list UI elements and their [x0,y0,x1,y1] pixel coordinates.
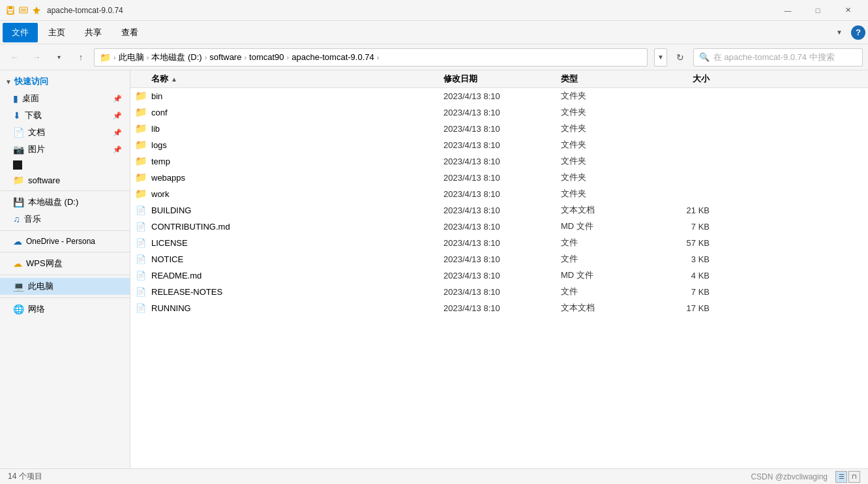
ribbon-dropdown-button[interactable]: ▼ [830,23,848,42]
file-icon: 📄 [130,238,151,248]
search-bar[interactable]: 🔍 在 apache-tomcat-9.0.74 中搜索 [693,48,863,67]
folder-icon: 📁 [130,90,151,102]
folder-row[interactable]: 📁 lib 2023/4/13 8:10 文件夹 [130,121,868,137]
file-area: 名称 ▲ 修改日期 类型 大小 📁 bin 2023/4/13 8:10 文件夹… [130,70,868,468]
folder-row[interactable]: 📁 temp 2023/4/13 8:10 文件夹 [130,153,868,170]
col-size-label: 大小 [693,74,710,83]
address-dropdown-button[interactable]: ▼ [654,48,667,67]
folder-date: 2023/4/13 8:10 [443,124,561,134]
file-row[interactable]: 📄 LICENSE 2023/4/13 8:10 文件 57 KB [130,235,868,251]
back-button[interactable]: ← [5,48,23,67]
file-date: 2023/4/13 8:10 [443,222,561,232]
tab-home[interactable]: 主页 [39,23,74,42]
file-row[interactable]: 📄 NOTICE 2023/4/13 8:10 文件 3 KB [130,251,868,267]
svg-rect-1 [8,7,12,9]
documents-icon: 📄 [13,127,24,138]
sidebar-item-wps[interactable]: ☁ WPS网盘 [0,255,130,272]
folder-name: work [151,189,443,199]
folder-row[interactable]: 📁 work 2023/4/13 8:10 文件夹 [130,186,868,202]
sidebar-item-downloads[interactable]: ⬇ 下载 📌 [0,107,130,124]
tab-share[interactable]: 共享 [76,23,111,42]
tab-view[interactable]: 查看 [112,23,147,42]
sidebar-item-onedrive[interactable]: ☁ OneDrive - Persona [0,234,130,249]
drive-d-icon: 💾 [13,197,24,207]
breadcrumb-software[interactable]: software [209,52,241,62]
recent-button[interactable]: ▾ [50,48,68,67]
icon-view-button[interactable]: ⊓ [848,471,860,483]
search-icon: 🔍 [699,52,710,62]
search-placeholder: 在 apache-tomcat-9.0.74 中搜索 [713,52,835,63]
quick-access-header: ▼ 快速访问 [0,73,130,90]
sidebar-item-desktop[interactable]: ▮ 桌面 📌 [0,90,130,107]
breadcrumb-tomcat90[interactable]: tomcat90 [249,52,284,62]
refresh-button[interactable]: ↻ [671,48,689,67]
file-type: MD 文件 [561,220,652,232]
col-size-header[interactable]: 大小 [652,73,717,85]
title-bar-icons [5,5,42,16]
sidebar-divider-1 [0,190,130,191]
file-size: 21 KB [652,205,717,215]
downloads-label: 下载 [25,110,42,121]
file-row[interactable]: 📄 BUILDING 2023/4/13 8:10 文本文档 21 KB [130,202,868,219]
file-row[interactable]: 📄 RELEASE-NOTES 2023/4/13 8:10 文件 7 KB [130,284,868,300]
file-size: 7 KB [652,287,717,297]
file-name: NOTICE [151,254,443,264]
col-date-header[interactable]: 修改日期 [443,73,561,85]
file-row[interactable]: 📄 RUNNING 2023/4/13 8:10 文本文档 17 KB [130,300,868,316]
file-header: 名称 ▲ 修改日期 类型 大小 [130,70,868,88]
folder-type: 文件夹 [561,139,652,151]
breadcrumb-apache-tomcat[interactable]: apache-tomcat-9.0.74 [292,52,374,62]
forward-button[interactable]: → [27,48,46,67]
file-date: 2023/4/13 8:10 [443,205,561,215]
tab-file[interactable]: 文件 [3,23,38,42]
col-type-header[interactable]: 类型 [561,73,652,85]
sidebar-item-black-sq[interactable] [0,158,130,172]
sidebar-item-music[interactable]: ♫ 音乐 [0,211,130,228]
col-name-header[interactable]: 名称 ▲ [130,73,443,85]
file-row[interactable]: 📄 README.md 2023/4/13 8:10 MD 文件 4 KB [130,267,868,284]
sidebar-item-software[interactable]: 📁 software [0,172,130,188]
breadcrumb-this-pc[interactable]: 此电脑 [119,52,144,63]
folder-date: 2023/4/13 8:10 [443,140,561,150]
onedrive-icon: ☁ [13,236,22,247]
sidebar-item-drive-d[interactable]: 💾 本地磁盘 (D:) [0,194,130,211]
breadcrumb-drive[interactable]: 本地磁盘 (D:) [151,52,202,63]
close-button[interactable]: ✕ [833,0,863,21]
quick-access-icon [18,5,29,16]
folder-row[interactable]: 📁 bin 2023/4/13 8:10 文件夹 [130,88,868,104]
item-count: 14 个项目 [8,471,42,482]
list-view-button[interactable]: ☰ [835,471,847,483]
this-pc-label: 此电脑 [28,280,53,292]
minimize-button[interactable]: — [773,0,803,21]
folder-row[interactable]: 📁 logs 2023/4/13 8:10 文件夹 [130,137,868,153]
file-type: 文本文档 [561,204,652,216]
folder-row[interactable]: 📁 webapps 2023/4/13 8:10 文件夹 [130,170,868,186]
folder-name: conf [151,108,443,117]
sidebar-item-pictures[interactable]: 📷 图片 📌 [0,141,130,158]
desktop-icon: ▮ [13,93,18,104]
file-type: 文件 [561,286,652,297]
maximize-button[interactable]: □ [803,0,833,21]
folder-type: 文件夹 [561,188,652,200]
file-row[interactable]: 📄 CONTRIBUTING.md 2023/4/13 8:10 MD 文件 7… [130,219,868,235]
file-icon: 📄 [130,222,151,232]
svg-rect-2 [8,11,13,14]
quick-access-expand-icon: ▼ [5,78,12,85]
address-bar: ← → ▾ ↑ 📁 › 此电脑 › 本地磁盘 (D:) › software ›… [0,44,868,70]
sidebar-item-network[interactable]: 🌐 网络 [0,301,130,318]
file-type: 文件 [561,253,652,265]
help-button[interactable]: ? [851,25,865,40]
sort-arrow-icon: ▲ [171,76,177,83]
up-button[interactable]: ↑ [72,48,90,67]
file-size: 4 KB [652,271,717,280]
documents-pin-icon: 📌 [113,129,122,137]
sidebar-item-this-pc[interactable]: 💻 此电脑 [0,278,130,295]
pictures-icon: 📷 [13,144,24,155]
folders-container: 📁 bin 2023/4/13 8:10 文件夹 📁 conf 2023/4/1… [130,88,868,202]
folder-row[interactable]: 📁 conf 2023/4/13 8:10 文件夹 [130,104,868,121]
status-bar: 14 个项目 CSDN @zbvcliwaging ☰ ⊓ [0,468,868,484]
sidebar-item-documents[interactable]: 📄 文档 📌 [0,124,130,141]
col-type-label: 类型 [561,74,578,83]
file-name: CONTRIBUTING.md [151,222,443,232]
sidebar-divider-3 [0,252,130,252]
